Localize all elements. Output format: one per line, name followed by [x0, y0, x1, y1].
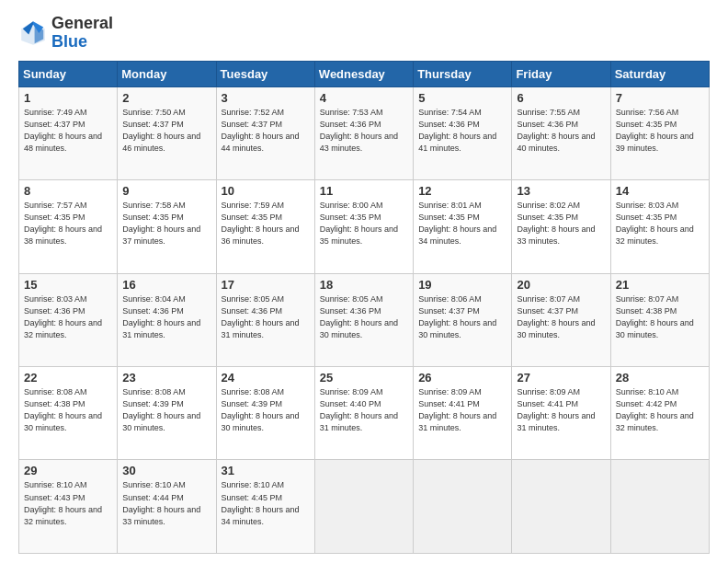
day-number: 7 — [616, 91, 704, 105]
day-number: 24 — [222, 371, 310, 385]
calendar-cell: 5Sunrise: 7:54 AM Sunset: 4:36 PM Daylig… — [414, 86, 512, 179]
calendar-cell: 23Sunrise: 8:08 AM Sunset: 4:39 PM Dayli… — [118, 367, 216, 460]
day-number: 5 — [418, 91, 506, 105]
calendar-body: 1Sunrise: 7:49 AM Sunset: 4:37 PM Daylig… — [19, 86, 710, 553]
day-number: 22 — [24, 371, 112, 385]
weekday-header-saturday: Saturday — [610, 61, 709, 86]
day-number: 29 — [24, 464, 112, 477]
calendar-week-4: 22Sunrise: 8:08 AM Sunset: 4:38 PM Dayli… — [19, 367, 710, 460]
day-info: Sunrise: 7:50 AM Sunset: 4:37 PM Dayligh… — [122, 107, 210, 155]
day-number: 10 — [222, 184, 310, 198]
day-info: Sunrise: 8:05 AM Sunset: 4:36 PM Dayligh… — [320, 293, 408, 341]
calendar-cell: 18Sunrise: 8:05 AM Sunset: 4:36 PM Dayli… — [314, 273, 413, 366]
day-info: Sunrise: 7:58 AM Sunset: 4:35 PM Dayligh… — [122, 200, 210, 247]
weekday-header-wednesday: Wednesday — [314, 61, 413, 86]
day-info: Sunrise: 7:55 AM Sunset: 4:36 PM Dayligh… — [517, 107, 605, 155]
weekday-header-tuesday: Tuesday — [216, 61, 314, 86]
calendar-cell: 21Sunrise: 8:07 AM Sunset: 4:38 PM Dayli… — [610, 273, 709, 366]
calendar-cell: 11Sunrise: 8:00 AM Sunset: 4:35 PM Dayli… — [314, 180, 413, 273]
day-info: Sunrise: 8:05 AM Sunset: 4:36 PM Dayligh… — [222, 293, 310, 341]
logo-icon — [18, 18, 48, 48]
day-number: 15 — [24, 278, 112, 292]
day-info: Sunrise: 7:53 AM Sunset: 4:36 PM Dayligh… — [320, 107, 408, 155]
day-number: 2 — [122, 91, 210, 105]
day-info: Sunrise: 8:09 AM Sunset: 4:41 PM Dayligh… — [418, 386, 506, 434]
calendar-cell: 27Sunrise: 8:09 AM Sunset: 4:41 PM Dayli… — [512, 367, 610, 460]
day-info: Sunrise: 8:03 AM Sunset: 4:36 PM Dayligh… — [24, 293, 112, 341]
day-info: Sunrise: 8:08 AM Sunset: 4:39 PM Dayligh… — [222, 386, 310, 434]
calendar-week-5: 29Sunrise: 8:10 AM Sunset: 4:43 PM Dayli… — [19, 460, 710, 554]
logo: General Blue — [18, 15, 113, 52]
header: General Blue — [18, 15, 710, 52]
logo-text: General Blue — [51, 15, 113, 52]
day-number: 1 — [24, 91, 112, 105]
day-number: 11 — [320, 184, 408, 198]
weekday-header-row: SundayMondayTuesdayWednesdayThursdayFrid… — [19, 61, 710, 86]
day-number: 17 — [222, 278, 310, 292]
day-number: 28 — [616, 371, 704, 385]
day-info: Sunrise: 8:08 AM Sunset: 4:38 PM Dayligh… — [24, 386, 112, 434]
calendar-cell: 1Sunrise: 7:49 AM Sunset: 4:37 PM Daylig… — [19, 86, 118, 179]
day-number: 6 — [517, 91, 605, 105]
day-number: 26 — [418, 371, 506, 385]
calendar-cell: 2Sunrise: 7:50 AM Sunset: 4:37 PM Daylig… — [118, 86, 216, 179]
calendar-cell: 30Sunrise: 8:10 AM Sunset: 4:44 PM Dayli… — [118, 460, 216, 554]
day-number: 20 — [517, 278, 605, 292]
page: General Blue SundayMondayTuesdayWednesda… — [0, 0, 728, 563]
calendar-cell: 20Sunrise: 8:07 AM Sunset: 4:37 PM Dayli… — [512, 273, 610, 366]
calendar-cell — [314, 460, 413, 554]
calendar-cell — [512, 460, 610, 554]
weekday-header-monday: Monday — [118, 61, 216, 86]
calendar-cell: 25Sunrise: 8:09 AM Sunset: 4:40 PM Dayli… — [314, 367, 413, 460]
calendar-week-3: 15Sunrise: 8:03 AM Sunset: 4:36 PM Dayli… — [19, 273, 710, 366]
weekday-header-friday: Friday — [512, 61, 610, 86]
weekday-header-thursday: Thursday — [414, 61, 512, 86]
day-number: 12 — [418, 184, 506, 198]
day-info: Sunrise: 7:57 AM Sunset: 4:35 PM Dayligh… — [24, 200, 112, 247]
day-number: 30 — [122, 464, 210, 477]
day-info: Sunrise: 8:09 AM Sunset: 4:41 PM Dayligh… — [517, 386, 605, 434]
day-info: Sunrise: 8:09 AM Sunset: 4:40 PM Dayligh… — [320, 386, 408, 434]
day-number: 23 — [122, 371, 210, 385]
day-number: 8 — [24, 184, 112, 198]
day-info: Sunrise: 8:10 AM Sunset: 4:43 PM Dayligh… — [24, 479, 112, 527]
calendar-cell: 22Sunrise: 8:08 AM Sunset: 4:38 PM Dayli… — [19, 367, 118, 460]
day-number: 25 — [320, 371, 408, 385]
calendar-cell: 6Sunrise: 7:55 AM Sunset: 4:36 PM Daylig… — [512, 86, 610, 179]
calendar-cell: 24Sunrise: 8:08 AM Sunset: 4:39 PM Dayli… — [216, 367, 314, 460]
calendar-cell: 9Sunrise: 7:58 AM Sunset: 4:35 PM Daylig… — [118, 180, 216, 273]
calendar-cell: 3Sunrise: 7:52 AM Sunset: 4:37 PM Daylig… — [216, 86, 314, 179]
day-info: Sunrise: 8:01 AM Sunset: 4:35 PM Dayligh… — [418, 200, 506, 247]
calendar-cell: 16Sunrise: 8:04 AM Sunset: 4:36 PM Dayli… — [118, 273, 216, 366]
calendar-cell: 14Sunrise: 8:03 AM Sunset: 4:35 PM Dayli… — [610, 180, 709, 273]
day-info: Sunrise: 7:54 AM Sunset: 4:36 PM Dayligh… — [418, 107, 506, 155]
calendar-week-1: 1Sunrise: 7:49 AM Sunset: 4:37 PM Daylig… — [19, 86, 710, 179]
day-info: Sunrise: 8:07 AM Sunset: 4:38 PM Dayligh… — [616, 293, 704, 341]
calendar-cell — [414, 460, 512, 554]
calendar-cell: 7Sunrise: 7:56 AM Sunset: 4:35 PM Daylig… — [610, 86, 709, 179]
day-number: 31 — [222, 464, 310, 477]
day-number: 9 — [122, 184, 210, 198]
calendar-cell: 4Sunrise: 7:53 AM Sunset: 4:36 PM Daylig… — [314, 86, 413, 179]
calendar-cell — [610, 460, 709, 554]
day-number: 21 — [616, 278, 704, 292]
calendar-cell: 15Sunrise: 8:03 AM Sunset: 4:36 PM Dayli… — [19, 273, 118, 366]
day-number: 14 — [616, 184, 704, 198]
day-info: Sunrise: 8:06 AM Sunset: 4:37 PM Dayligh… — [418, 293, 506, 341]
day-number: 27 — [517, 371, 605, 385]
calendar-cell: 8Sunrise: 7:57 AM Sunset: 4:35 PM Daylig… — [19, 180, 118, 273]
day-info: Sunrise: 8:04 AM Sunset: 4:36 PM Dayligh… — [122, 293, 210, 341]
day-info: Sunrise: 7:56 AM Sunset: 4:35 PM Dayligh… — [616, 107, 704, 155]
day-number: 13 — [517, 184, 605, 198]
weekday-header-sunday: Sunday — [19, 61, 118, 86]
calendar-cell: 29Sunrise: 8:10 AM Sunset: 4:43 PM Dayli… — [19, 460, 118, 554]
day-info: Sunrise: 8:10 AM Sunset: 4:42 PM Dayligh… — [616, 386, 704, 434]
day-number: 18 — [320, 278, 408, 292]
day-info: Sunrise: 8:10 AM Sunset: 4:45 PM Dayligh… — [222, 479, 310, 527]
day-number: 19 — [418, 278, 506, 292]
calendar-cell: 17Sunrise: 8:05 AM Sunset: 4:36 PM Dayli… — [216, 273, 314, 366]
day-number: 4 — [320, 91, 408, 105]
day-number: 3 — [222, 91, 310, 105]
calendar-cell: 28Sunrise: 8:10 AM Sunset: 4:42 PM Dayli… — [610, 367, 709, 460]
calendar-table: SundayMondayTuesdayWednesdayThursdayFrid… — [18, 61, 710, 554]
